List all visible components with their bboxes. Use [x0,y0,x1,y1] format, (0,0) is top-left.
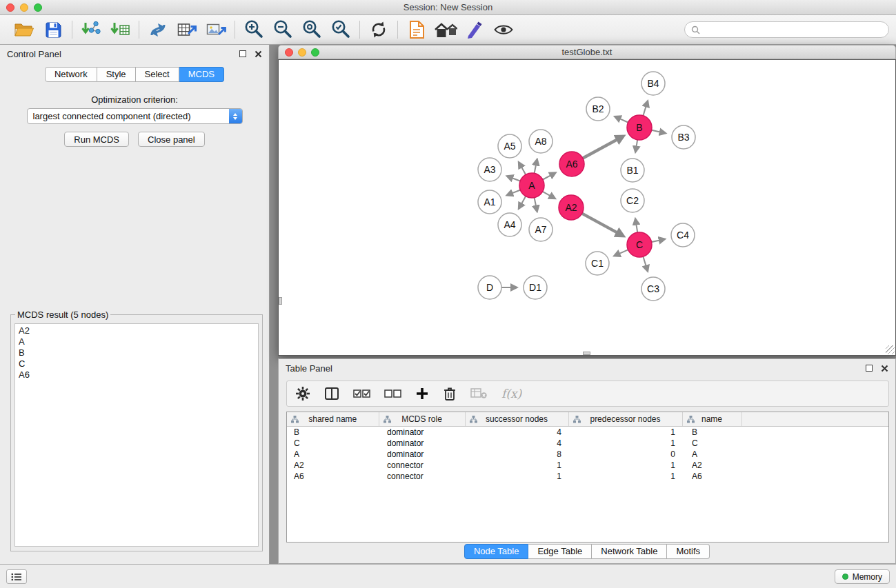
zoom-selected-button[interactable] [329,17,352,42]
annotation-button[interactable] [463,17,486,42]
import-network-button[interactable] [79,17,103,42]
tab-network[interactable]: Network [45,67,97,82]
graph-edge-A-A3[interactable] [507,176,521,182]
graph-node-C1[interactable]: C1 [586,252,609,275]
tab-network-table[interactable]: Network Table [592,544,667,559]
export-network-button[interactable] [146,17,170,42]
open-document-button[interactable] [405,17,428,42]
graph-edge-B-B2[interactable] [615,116,629,123]
run-mcds-button[interactable]: Run MCDS [64,132,129,147]
zoom-out-button[interactable] [271,17,295,42]
graph-edge-C-C4[interactable] [651,239,665,242]
mcds-result-item[interactable]: A [19,336,255,347]
graph-node-B4[interactable]: B4 [641,72,665,95]
mcds-result-item[interactable]: A2 [19,325,255,336]
graph-node-A6[interactable]: A6 [559,152,584,176]
column-header-predecessor-nodes[interactable]: predecessor nodes [568,412,682,426]
close-panel-button[interactable]: Close panel [138,132,205,147]
graph-node-A3[interactable]: A3 [478,158,501,181]
function-builder-button[interactable]: f(x) [501,387,521,401]
graph-edge-A-A7[interactable] [534,197,537,212]
export-image-button[interactable] [204,17,228,42]
zoom-fit-button[interactable] [300,17,323,42]
select-all-button[interactable] [353,388,370,399]
graph-edge-A-A8[interactable] [534,160,537,174]
graph-edge-A2-C[interactable] [581,213,623,236]
network-close-button[interactable] [285,48,293,57]
import-table-button[interactable] [108,17,132,42]
graph-node-B[interactable]: B [627,115,652,140]
search-input[interactable] [704,25,882,35]
open-session-button[interactable] [12,17,36,42]
mcds-result-item[interactable]: B [19,347,255,358]
tab-motifs[interactable]: Motifs [667,544,710,559]
memory-button[interactable]: Memory [835,569,890,584]
graph-edge-A-A2[interactable] [542,191,555,199]
home-button[interactable] [434,17,457,42]
tab-node-table[interactable]: Node Table [464,544,529,559]
graph-edge-A-A4[interactable] [519,196,526,209]
table-row[interactable]: A6connector11A6 [287,471,888,482]
show-hide-button[interactable] [492,17,515,42]
graph-node-C[interactable]: C [627,232,652,257]
network-canvas[interactable]: B4B2BB3A5A8A6B1A3AC2A1A2A4A7C4CC1C3DD1 [278,59,896,356]
graph-node-B3[interactable]: B3 [672,125,695,149]
graph-node-A5[interactable]: A5 [498,134,521,158]
mcds-result-item[interactable]: C [19,358,255,369]
column-header-shared-name[interactable]: shared name [287,412,379,426]
graph-node-A8[interactable]: A8 [529,130,552,153]
show-columns-button[interactable] [324,387,339,401]
graph-edge-B-B1[interactable] [635,139,637,152]
graph-node-A[interactable]: A [519,173,544,198]
graph-node-D1[interactable]: D1 [524,276,547,299]
graph-edge-C-C2[interactable] [635,219,637,234]
network-zoom-button[interactable] [311,48,319,57]
refresh-layout-button[interactable] [367,17,390,42]
table-row[interactable]: A2connector11A2 [287,460,888,471]
criterion-select[interactable]: largest connected component (directed) [27,108,243,124]
delete-table-button[interactable] [470,387,488,400]
graph-node-C3[interactable]: C3 [641,277,665,301]
graph-edge-C-C3[interactable] [643,256,648,271]
task-history-button[interactable] [6,569,27,584]
tab-select[interactable]: Select [136,67,179,82]
float-panel-icon[interactable] [239,50,246,57]
graph-svg[interactable]: B4B2BB3A5A8A6B1A3AC2A1A2A4A7C4CC1C3DD1 [279,60,895,355]
deselect-all-button[interactable] [384,388,401,399]
network-minimize-button[interactable] [298,48,306,57]
close-table-panel-icon[interactable] [881,365,888,372]
graph-node-C4[interactable]: C4 [671,223,695,247]
save-session-button[interactable] [41,17,65,42]
graph-node-B1[interactable]: B1 [621,159,644,182]
graph-edge-A-A5[interactable] [519,163,526,176]
graph-node-B2[interactable]: B2 [586,97,610,121]
column-header-name[interactable]: name [682,412,741,426]
pane-handle-left[interactable] [279,297,282,305]
add-column-button[interactable] [415,387,429,401]
zoom-in-button[interactable] [242,17,266,42]
table-row[interactable]: Bdominator41B [287,426,888,438]
graph-node-A1[interactable]: A1 [478,190,501,214]
graph-node-A7[interactable]: A7 [529,218,552,241]
graph-edge-C-C1[interactable] [615,250,629,256]
table-row[interactable]: Adominator80A [287,449,888,460]
column-header-mcds-role[interactable]: MCDS role [379,412,465,426]
tab-edge-table[interactable]: Edge Table [528,544,592,559]
graph-edge-B-B3[interactable] [651,130,666,134]
graph-node-A4[interactable]: A4 [498,213,521,236]
resize-grip-icon[interactable] [886,345,895,354]
export-table-button[interactable] [175,17,199,42]
tab-style[interactable]: Style [97,67,136,82]
float-table-panel-icon[interactable] [866,365,873,372]
graph-edge-A-A6[interactable] [542,173,555,180]
table-mode-button[interactable] [295,386,310,401]
mcds-result-item[interactable]: A6 [19,369,255,381]
table-row[interactable]: Cdominator41C [287,438,888,449]
graph-node-C2[interactable]: C2 [621,189,644,212]
delete-column-button[interactable] [443,386,457,401]
graph-edge-A-A1[interactable] [507,190,521,195]
graph-edge-B-B4[interactable] [643,101,648,116]
tab-mcds[interactable]: MCDS [179,67,224,82]
close-panel-icon[interactable] [255,50,262,58]
graph-edge-A6-B[interactable] [582,136,623,159]
